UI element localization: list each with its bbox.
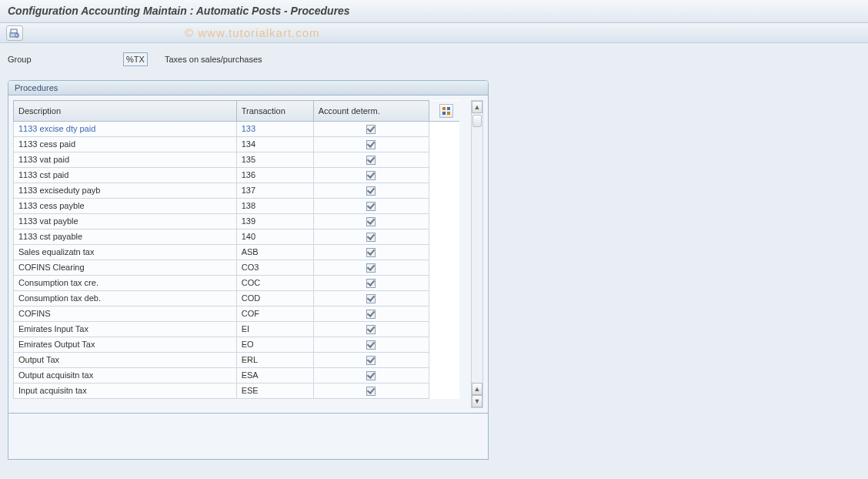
toolbar bbox=[0, 23, 868, 43]
table-row[interactable]: COFINS ClearingCO3 bbox=[14, 260, 460, 275]
cell-transaction[interactable]: ERL bbox=[236, 352, 313, 367]
table-row[interactable]: Consumption tax cre.COC bbox=[14, 275, 460, 290]
table-row[interactable]: 1133 cst paid136 bbox=[14, 167, 460, 183]
cell-description[interactable]: 1133 cst payable bbox=[14, 229, 237, 244]
cell-description[interactable]: Output acquisitn tax bbox=[14, 367, 237, 383]
checkbox-checked-icon[interactable] bbox=[366, 217, 376, 226]
table-row[interactable]: Output acquisitn taxESA bbox=[14, 367, 460, 383]
table-row[interactable]: 1133 cst payable140 bbox=[14, 229, 460, 244]
cell-account-determ bbox=[313, 367, 429, 383]
cell-description[interactable]: 1133 vat paid bbox=[14, 152, 237, 167]
title-bar: Configuration Accounting Maintain : Auto… bbox=[0, 0, 868, 23]
cell-transaction[interactable]: 136 bbox=[236, 167, 313, 183]
checkbox-checked-icon[interactable] bbox=[366, 310, 376, 319]
cell-transaction[interactable]: 133 bbox=[236, 121, 313, 136]
cell-account-determ bbox=[313, 383, 429, 398]
checkbox-checked-icon[interactable] bbox=[366, 186, 376, 196]
cell-transaction[interactable]: 135 bbox=[236, 152, 313, 167]
checkbox-checked-icon[interactable] bbox=[366, 279, 376, 288]
cell-account-determ bbox=[313, 121, 429, 136]
cell-transaction[interactable]: EO bbox=[236, 337, 313, 352]
cell-description[interactable]: Sales equalizatn tax bbox=[14, 244, 237, 260]
table-config-button[interactable] bbox=[439, 104, 453, 118]
col-account-determ[interactable]: Account determ. bbox=[313, 101, 429, 122]
table-scrollbar[interactable]: ▲ ▲ ▼ bbox=[471, 100, 483, 408]
cell-transaction[interactable]: 140 bbox=[236, 229, 313, 244]
table-row[interactable]: 1133 vat paid135 bbox=[14, 152, 460, 167]
cell-description[interactable]: 1133 cst paid bbox=[14, 167, 237, 183]
cell-transaction[interactable]: COC bbox=[236, 275, 313, 290]
scroll-up-button[interactable]: ▲ bbox=[472, 101, 482, 113]
checkbox-checked-icon[interactable] bbox=[366, 263, 376, 273]
cell-description[interactable]: Consumption tax deb. bbox=[14, 290, 237, 306]
table-row[interactable]: Sales equalizatn taxASB bbox=[14, 244, 460, 260]
checkbox-checked-icon[interactable] bbox=[366, 202, 376, 211]
cell-account-determ bbox=[313, 244, 429, 260]
cell-description[interactable]: 1133 cess payble bbox=[14, 198, 237, 213]
table-row[interactable]: Emirates Input TaxEI bbox=[14, 321, 460, 337]
cell-account-determ bbox=[313, 152, 429, 167]
table-row[interactable]: 1133 cess payble138 bbox=[14, 198, 460, 213]
cell-account-determ bbox=[313, 229, 429, 244]
cell-transaction[interactable]: COF bbox=[236, 306, 313, 321]
checkbox-checked-icon[interactable] bbox=[366, 140, 376, 149]
cell-transaction[interactable]: CO3 bbox=[236, 260, 313, 275]
cell-description[interactable]: Consumption tax cre. bbox=[14, 275, 237, 290]
cell-transaction[interactable]: ESE bbox=[236, 383, 313, 398]
table-row[interactable]: Output TaxERL bbox=[14, 352, 460, 367]
scroll-down-button[interactable]: ▼ bbox=[472, 395, 482, 407]
group-input[interactable] bbox=[123, 52, 148, 66]
checkbox-checked-icon[interactable] bbox=[366, 233, 376, 242]
table-row[interactable]: 1133 exciseduty payb137 bbox=[14, 183, 460, 198]
cell-description[interactable]: 1133 exciseduty payb bbox=[14, 183, 237, 198]
cell-description[interactable]: 1133 excise dty paid bbox=[14, 121, 237, 136]
table-row[interactable]: COFINSCOF bbox=[14, 306, 460, 321]
cell-description[interactable]: Emirates Output Tax bbox=[14, 337, 237, 352]
table-row[interactable]: 1133 cess paid134 bbox=[14, 136, 460, 152]
table-row[interactable]: Consumption tax deb.COD bbox=[14, 290, 460, 306]
checkbox-checked-icon[interactable] bbox=[366, 248, 376, 257]
page-title: Configuration Accounting Maintain : Auto… bbox=[8, 5, 350, 17]
cell-description[interactable]: 1133 vat payble bbox=[14, 213, 237, 229]
checkbox-checked-icon[interactable] bbox=[366, 371, 376, 380]
cell-transaction[interactable]: COD bbox=[236, 290, 313, 306]
panel-title: Procedures bbox=[8, 81, 488, 95]
group-description: Taxes on sales/purchases bbox=[165, 55, 262, 64]
checkbox-checked-icon[interactable] bbox=[366, 387, 376, 396]
table-row[interactable]: Emirates Output TaxEO bbox=[14, 337, 460, 352]
cell-transaction[interactable]: 137 bbox=[236, 183, 313, 198]
cell-transaction[interactable]: ESA bbox=[236, 367, 313, 383]
checkbox-checked-icon[interactable] bbox=[366, 156, 376, 165]
cell-description[interactable]: Output Tax bbox=[14, 352, 237, 367]
procedures-panel: Procedures Description Transaction Accou… bbox=[8, 80, 489, 414]
cell-description[interactable]: Emirates Input Tax bbox=[14, 321, 237, 337]
col-transaction[interactable]: Transaction bbox=[236, 101, 313, 122]
cell-transaction[interactable]: EI bbox=[236, 321, 313, 337]
cell-description[interactable]: Input acquisitn tax bbox=[14, 383, 237, 398]
checkbox-checked-icon[interactable] bbox=[366, 325, 376, 334]
scroll-thumb[interactable] bbox=[472, 115, 482, 127]
cell-transaction[interactable]: 134 bbox=[236, 136, 313, 152]
checkbox-checked-icon[interactable] bbox=[366, 340, 376, 350]
group-row: Group Taxes on sales/purchases bbox=[0, 43, 868, 80]
checkbox-checked-icon[interactable] bbox=[366, 125, 376, 134]
print-preview-button[interactable] bbox=[6, 25, 23, 41]
cell-transaction[interactable]: 138 bbox=[236, 198, 313, 213]
scroll-track[interactable] bbox=[472, 113, 482, 383]
scroll-down-small-button[interactable]: ▲ bbox=[472, 383, 482, 395]
cell-account-determ bbox=[313, 183, 429, 198]
checkbox-checked-icon[interactable] bbox=[366, 356, 376, 365]
cell-description[interactable]: COFINS Clearing bbox=[14, 260, 237, 275]
cell-description[interactable]: 1133 cess paid bbox=[14, 136, 237, 152]
cell-transaction[interactable]: 139 bbox=[236, 213, 313, 229]
col-description[interactable]: Description bbox=[14, 101, 237, 122]
cell-description[interactable]: COFINS bbox=[14, 306, 237, 321]
cell-transaction[interactable]: ASB bbox=[236, 244, 313, 260]
cell-account-determ bbox=[313, 337, 429, 352]
checkbox-checked-icon[interactable] bbox=[366, 171, 376, 180]
col-config bbox=[429, 101, 459, 122]
table-row[interactable]: Input acquisitn taxESE bbox=[14, 383, 460, 398]
checkbox-checked-icon[interactable] bbox=[366, 294, 376, 303]
table-row[interactable]: 1133 excise dty paid133 bbox=[14, 121, 460, 136]
table-row[interactable]: 1133 vat payble139 bbox=[14, 213, 460, 229]
